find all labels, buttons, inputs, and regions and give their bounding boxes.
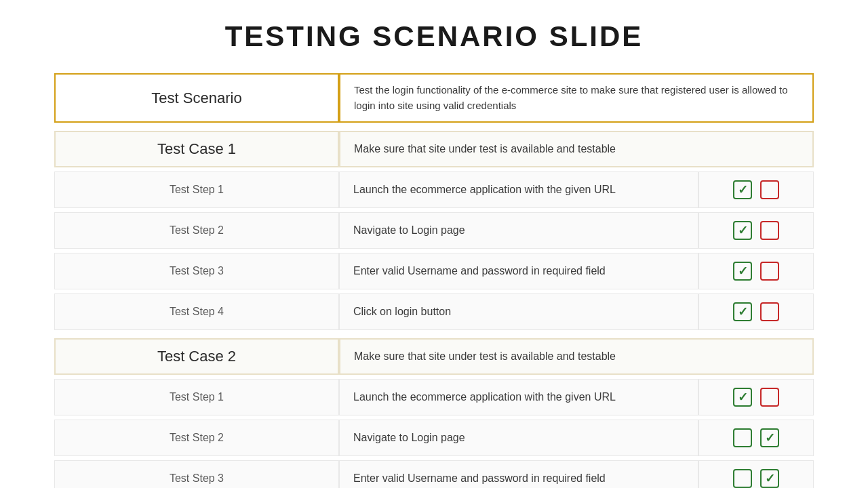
testcase2-step3-desc: Enter valid Username and password in req… <box>353 471 606 486</box>
testcase2-label-cell: Test Case 2 <box>54 338 339 375</box>
testcase2-step3-name: Test Step 3 <box>170 472 224 485</box>
testcase1-step1-name: Test Step 1 <box>170 184 224 196</box>
testcase2-step2-row: Test Step 2 Navigate to Login page ✓ <box>54 420 814 456</box>
testcase2-step1-desc: Launch the ecommerce application with th… <box>353 390 616 405</box>
testcase2-step1-name-cell: Test Step 1 <box>54 379 339 415</box>
testcase1-step4-desc: Click on login button <box>353 304 451 319</box>
testcase2-desc-cell: Make sure that site under test is availa… <box>339 338 814 375</box>
testcase1-step3-check1[interactable]: ✓ <box>733 262 752 281</box>
testcase1-step3-name: Test Step 3 <box>170 265 224 277</box>
page-title: TESTING SCENARIO SLIDE <box>54 20 814 53</box>
testcase2-step3-check1[interactable] <box>733 469 752 488</box>
testcase2-description: Make sure that site under test is availa… <box>354 349 616 364</box>
scenario-desc-cell: Test the login functionality of the e-co… <box>339 73 814 123</box>
testcase1-desc-cell: Make sure that site under test is availa… <box>339 131 814 167</box>
testcase2-step2-desc: Navigate to Login page <box>353 430 465 445</box>
testcase2-header-row: Test Case 2 Make sure that site under te… <box>54 338 814 375</box>
testcase1-step1-row: Test Step 1 Launch the ecommerce applica… <box>54 171 814 208</box>
testcase2-step2-desc-cell: Navigate to Login page <box>339 420 698 456</box>
testcase2-step1-check-cell: ✓ <box>698 379 814 415</box>
testcase1-label: Test Case 1 <box>157 140 236 158</box>
testcase1-step1-check1[interactable]: ✓ <box>733 180 752 199</box>
testcase1-step4-check1[interactable]: ✓ <box>733 302 752 321</box>
testcase1-step1-desc: Launch the ecommerce application with th… <box>353 182 616 197</box>
testcase2-step1-check2[interactable] <box>760 388 779 407</box>
testcase1-step4-desc-cell: Click on login button <box>339 293 698 330</box>
testcase2-step2-check2[interactable]: ✓ <box>760 428 779 447</box>
testcase2-label: Test Case 2 <box>157 348 236 365</box>
testcase2-step1-check1[interactable]: ✓ <box>733 388 752 407</box>
testcase1-step4-check2[interactable] <box>760 302 779 321</box>
testcase1-step2-name-cell: Test Step 2 <box>54 212 339 249</box>
testcase2-step3-desc-cell: Enter valid Username and password in req… <box>339 460 698 488</box>
testcase2-step2-name: Test Step 2 <box>170 432 224 444</box>
testcase2-step3-check2[interactable]: ✓ <box>760 469 779 488</box>
testcase2-step2-name-cell: Test Step 2 <box>54 420 339 456</box>
testcase1-step4-row: Test Step 4 Click on login button ✓ <box>54 293 814 330</box>
testcase1-step3-desc: Enter valid Username and password in req… <box>353 264 606 279</box>
testcase1-step4-name: Test Step 4 <box>170 306 224 318</box>
testcase1-step1-check2[interactable] <box>760 180 779 199</box>
testcase1-header-row: Test Case 1 Make sure that site under te… <box>54 131 814 167</box>
testcase1-label-cell: Test Case 1 <box>54 131 339 167</box>
scenario-label-cell: Test Scenario <box>54 73 339 123</box>
testcase1-step3-check-cell: ✓ <box>698 253 814 289</box>
scenario-description: Test the login functionality of the e-co… <box>354 83 799 113</box>
testcase2-step3-name-cell: Test Step 3 <box>54 460 339 488</box>
testcase1-step4-check-cell: ✓ <box>698 293 814 330</box>
testcase2-step1-desc-cell: Launch the ecommerce application with th… <box>339 379 698 415</box>
testcase1-step2-check-cell: ✓ <box>698 212 814 249</box>
page: TESTING SCENARIO SLIDE Test Scenario Tes… <box>0 0 868 488</box>
scenario-label: Test Scenario <box>151 89 241 107</box>
testcase2-step2-check-cell: ✓ <box>698 420 814 456</box>
testcase1-step3-check2[interactable] <box>760 262 779 281</box>
testcase2-step3-row: Test Step 3 Enter valid Username and pas… <box>54 460 814 488</box>
testcase2-step1-name: Test Step 1 <box>170 391 224 403</box>
testcase2-step1-row: Test Step 1 Launch the ecommerce applica… <box>54 379 814 415</box>
testcase1-step3-row: Test Step 3 Enter valid Username and pas… <box>54 253 814 289</box>
testcase1-step1-desc-cell: Launch the ecommerce application with th… <box>339 171 698 208</box>
testcase1-step4-name-cell: Test Step 4 <box>54 293 339 330</box>
testcase1-step2-check1[interactable]: ✓ <box>733 221 752 240</box>
testcase1-step2-row: Test Step 2 Navigate to Login page ✓ <box>54 212 814 249</box>
testcase2-step2-check1[interactable] <box>733 428 752 447</box>
testcase1-step1-name-cell: Test Step 1 <box>54 171 339 208</box>
testcase1-step2-name: Test Step 2 <box>170 224 224 237</box>
scenario-row: Test Scenario Test the login functionali… <box>54 73 814 123</box>
testcase1-step2-desc-cell: Navigate to Login page <box>339 212 698 249</box>
testcase1-step3-name-cell: Test Step 3 <box>54 253 339 289</box>
testcase1-step1-check-cell: ✓ <box>698 171 814 208</box>
testcase1-description: Make sure that site under test is availa… <box>354 142 616 157</box>
testcase1-step2-desc: Navigate to Login page <box>353 223 465 238</box>
testcase1-step2-check2[interactable] <box>760 221 779 240</box>
testcase2-step3-check-cell: ✓ <box>698 460 814 488</box>
testcase1-step3-desc-cell: Enter valid Username and password in req… <box>339 253 698 289</box>
